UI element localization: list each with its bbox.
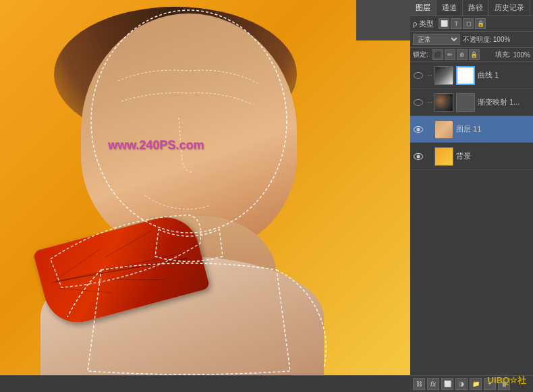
visibility-toggle-gradient1[interactable] xyxy=(413,97,424,108)
layers-list: ⋯ 曲线 1 ⋯ 渐变映射 1... xyxy=(410,62,533,375)
thumb-curves1 xyxy=(434,66,453,85)
uibq-logo: UiBQ☆社 xyxy=(488,374,527,387)
layer-item-background[interactable]: 背景 xyxy=(410,143,533,170)
thumb-layer11 xyxy=(434,120,453,139)
filter-smart-icon[interactable]: 🔒 xyxy=(475,18,486,29)
tab-paths[interactable]: 路径 xyxy=(463,0,489,16)
tab-channels[interactable]: 通道 xyxy=(437,0,463,16)
layer-item-layer11[interactable]: 图层 11 xyxy=(410,116,533,143)
thumb-gradient1 xyxy=(434,93,453,112)
layer-name-background: 背景 xyxy=(456,151,530,161)
face-area xyxy=(81,13,297,250)
blend-opacity-row: 正常 不透明度: 100% xyxy=(410,32,533,48)
fill-value: 100% xyxy=(513,51,530,59)
filter-shape-icon[interactable]: ◻ xyxy=(463,18,474,29)
layer-name-curves1: 曲线 1 xyxy=(478,70,530,80)
chain-gradient1: ⋯ xyxy=(425,99,434,105)
lock-position-btn[interactable]: ⊕ xyxy=(457,49,468,60)
lock-paint-btn[interactable]: ✏ xyxy=(445,49,455,60)
layer-item-curves1[interactable]: ⋯ 曲线 1 xyxy=(410,62,533,89)
layer-item-gradient1[interactable]: ⋯ 渐变映射 1... xyxy=(410,89,533,116)
lock-fill-row: 锁定: ⬛ ✏ ⊕ 🔒 填充: 100% xyxy=(410,48,533,62)
fill-label: 填充: xyxy=(495,50,511,59)
lock-transparent-btn[interactable]: ⬛ xyxy=(432,49,443,60)
filter-pixel-icon[interactable]: ⬜ xyxy=(439,18,449,29)
visibility-toggle-background[interactable] xyxy=(413,151,424,162)
tab-history[interactable]: 历史记录 xyxy=(489,0,530,16)
chain-curves1: ⋯ xyxy=(425,72,434,78)
fx-btn[interactable]: fx xyxy=(427,378,439,390)
panel-tabs: 图层 通道 路径 历史记录 动作 xyxy=(410,0,533,16)
filter-label: ρ 类型 xyxy=(413,19,434,29)
layer-name-layer11: 图层 11 xyxy=(456,124,530,134)
thumb-background xyxy=(434,147,453,166)
visibility-toggle-layer11[interactable] xyxy=(413,124,424,135)
opacity-value: 100% xyxy=(493,36,511,43)
adjustment-btn[interactable]: ◑ xyxy=(455,378,468,390)
lock-label: 锁定: xyxy=(413,50,428,59)
visibility-toggle-curves1[interactable] xyxy=(413,70,424,81)
filter-text-icon[interactable]: T xyxy=(451,18,461,29)
layers-panel: 图层 通道 路径 历史记录 动作 ρ 类型 ⬜ T ◻ 🔒 正常 不透明度: 1… xyxy=(410,0,533,392)
tab-layers[interactable]: 图层 xyxy=(410,0,437,16)
tab-actions[interactable]: 动作 xyxy=(530,0,533,16)
watermark: www.240PS.com xyxy=(108,138,204,152)
layer-filter-row: ρ 类型 ⬜ T ◻ 🔒 xyxy=(410,16,533,32)
mask-thumb-gradient1 xyxy=(456,93,475,112)
opacity-label: 不透明度: xyxy=(463,35,492,45)
group-btn[interactable]: 📁 xyxy=(470,378,482,390)
layer-name-gradient1: 渐变映射 1... xyxy=(478,97,530,107)
mask-btn[interactable]: ⬜ xyxy=(441,378,453,390)
lock-all-btn[interactable]: 🔒 xyxy=(469,49,480,60)
blend-mode-select[interactable]: 正常 xyxy=(413,34,460,45)
link-layers-btn[interactable]: ⛓ xyxy=(413,378,425,390)
canvas-status-bar xyxy=(0,375,410,392)
canvas-area: www.240PS.com xyxy=(0,0,410,375)
mask-thumb-curves1 xyxy=(456,66,475,85)
